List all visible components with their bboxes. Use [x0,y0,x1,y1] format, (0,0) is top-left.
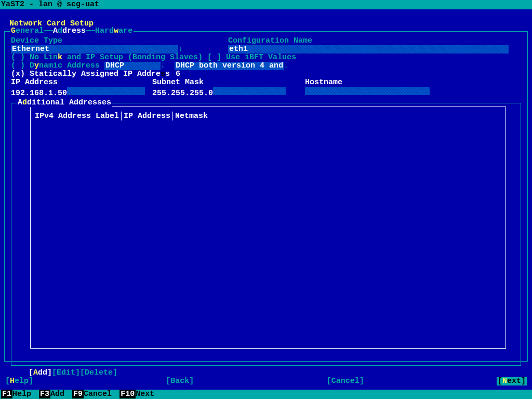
edit-button[interactable]: [Edit] [52,368,80,377]
ip-address-label: IP Address [11,78,58,87]
chevron-down-icon: ↓ [178,45,183,54]
subnet-mask-input[interactable]: 255.255.255.0 [152,89,213,98]
f3-key[interactable]: F3 [39,390,50,398]
back-button[interactable]: [Back] [166,377,194,385]
checkbox-ibft[interactable]: [ ] Use iBFT Values [207,53,296,62]
ip-address-input[interactable]: 192.168.1.50 [11,89,67,98]
f1-key[interactable]: F1 [1,390,12,398]
subnet-mask-label: Subnet Mask [152,78,204,87]
radio-dynamic[interactable]: ( ) Dynamic Address DHCP↓ DHCP both vers… [11,62,521,70]
main-area: Network Card Setup General──Address──Har… [0,9,532,390]
add-button[interactable]: [Add] [29,368,52,377]
additional-addresses-list[interactable]: IPv4 Address Label│IP Address│Netmask [30,107,506,349]
next-button[interactable]: [Next] [497,377,527,385]
function-key-bar: F1Help F3Add F9Cancel F10Next [0,390,532,399]
additional-addresses-frame: Additional Addresses IPv4 Address Label│… [11,103,521,366]
tab-address[interactable]: Address [53,26,86,35]
cancel-button[interactable]: [Cancel] [327,377,364,385]
tab-hardware[interactable]: Hardware [95,26,132,35]
f1-label: Help [12,390,31,398]
delete-button[interactable]: [Delete] [80,368,117,377]
tab-general[interactable]: General [11,26,44,35]
title-bar: YaST2 - lan @ scg-uat [0,0,532,9]
device-type-label: Device Type [11,37,228,45]
hostname-label: Hostname [305,78,342,87]
tab-bar[interactable]: General──Address──Hardware [10,27,134,35]
tab-frame: General──Address──Hardware Device Type C… [4,31,528,362]
help-button[interactable]: [Help] [5,377,33,385]
window-title: YaST2 - lan @ scg-uat [1,0,99,9]
list-header: IPv4 Address Label│IP Address│Netmask [35,112,208,121]
f9-label: Cancel [84,390,112,398]
nav-buttons: [Help] [Back] [Cancel] [Next] [5,377,527,385]
additional-addresses-label: Additional Addresses [17,99,112,107]
radio-static[interactable]: (x) Statically Assigned IP Address [11,70,521,78]
f9-key[interactable]: F9 [72,390,84,398]
dhcp-mode-select[interactable]: DHCP [104,62,161,70]
config-name-input[interactable]: eth1 [228,45,509,54]
crud-buttons: [Add][Edit][Delete] [29,369,521,377]
dhcp-version-select[interactable]: DHCP both version 4 and 6 [175,62,284,70]
hostname-input[interactable] [305,87,430,95]
f10-key[interactable]: F10 [119,390,136,398]
config-name-label: Configuration Name [228,37,521,45]
f3-label: Add [50,390,64,398]
f10-label: Next [136,390,154,398]
chevron-down-icon: ↓ [284,61,288,70]
chevron-down-icon: ↓ [161,61,165,70]
device-type-select[interactable]: Ethernet [11,45,178,54]
radio-nolink[interactable]: ( ) No Link and IP Setup (Bonding Slaves… [11,54,521,62]
